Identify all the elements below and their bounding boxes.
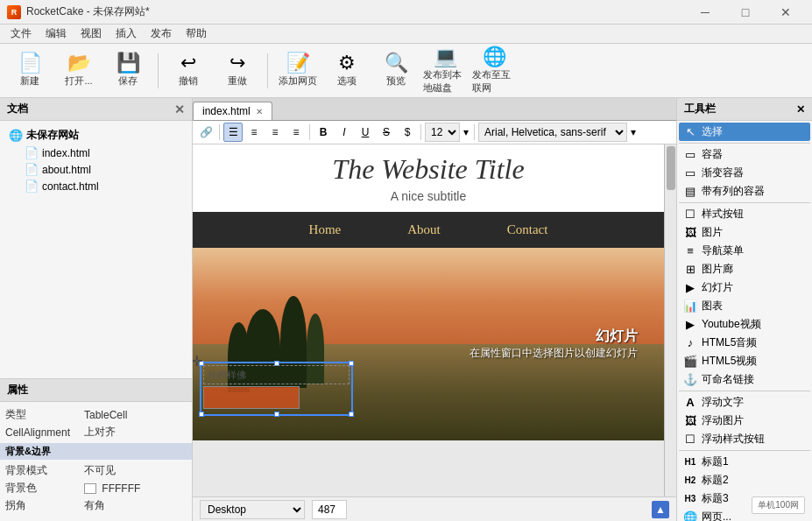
preview-icon: 🔍: [385, 53, 408, 73]
tool-heading1[interactable]: H1 标题1: [679, 453, 810, 471]
addpage-button[interactable]: 📝 添加网页: [275, 48, 321, 94]
align-justify-button[interactable]: ≡: [286, 123, 306, 142]
site-root-item[interactable]: 🌐 未保存网站: [5, 126, 187, 144]
minimize-button[interactable]: ─: [686, 0, 724, 25]
canvas-viewport[interactable]: The Website Title A nice subtitle Home A…: [193, 144, 664, 496]
doc-item-about[interactable]: 📄 about.html: [21, 161, 187, 178]
resize-handle-br[interactable]: [349, 412, 354, 417]
window-controls: ─ □ ✕: [686, 0, 805, 25]
tool-heading2[interactable]: H2 标题2: [679, 471, 810, 489]
inner-item-2[interactable]: [203, 386, 300, 409]
bgcolor-swatch[interactable]: [84, 483, 96, 494]
tab-index-label: index.html: [202, 105, 251, 117]
format-toolbar: 🔗 ☰ ≡ ≡ ≡ B I U S $ 12 14 16 18 ▾ Arial,…: [193, 121, 676, 144]
tool-slideshow[interactable]: ▶ 幻灯片: [679, 278, 810, 297]
v-scroll-thumb[interactable]: [667, 146, 675, 190]
toolbox-close-button[interactable]: ✕: [796, 103, 805, 116]
maximize-button[interactable]: □: [726, 0, 765, 25]
tool-float-image[interactable]: 🖼 浮动图片: [679, 412, 810, 430]
tool-named-anchor[interactable]: ⚓ 可命名链接: [679, 370, 810, 389]
close-button[interactable]: ✕: [766, 0, 805, 25]
strikethrough-button[interactable]: S: [377, 123, 396, 142]
tool-youtube[interactable]: ▶ Youtube视频: [679, 315, 810, 334]
publish-local-icon: 💻: [434, 47, 457, 67]
publish-local-button[interactable]: 💻 发布到本地磁盘: [422, 48, 468, 94]
menu-file[interactable]: 文件: [4, 25, 39, 43]
tool-float-style-btn[interactable]: ☐ 浮动样式按钮: [679, 430, 810, 448]
tool-container[interactable]: ▭ 容器: [679, 145, 810, 164]
menu-help[interactable]: 帮助: [179, 25, 214, 43]
canvas-width-value: 487: [312, 500, 347, 519]
preview-button[interactable]: 🔍 预览: [373, 48, 419, 94]
tool-gallery[interactable]: ⊞ 图片廊: [679, 260, 810, 278]
vertical-scrollbar[interactable]: [664, 144, 676, 496]
options-icon: ⚙: [338, 53, 356, 73]
tab-close-icon[interactable]: ✕: [256, 107, 263, 116]
publish-web-button[interactable]: 🌐 发布至互联网: [471, 48, 517, 94]
toolbox-label: 工具栏: [684, 102, 716, 116]
font-family-arrow: ▾: [631, 126, 636, 138]
bold-button[interactable]: B: [314, 123, 333, 142]
font-size-select[interactable]: 12 14 16 18: [425, 123, 460, 142]
selected-element[interactable]: ✛ 佧档样佛: [200, 362, 353, 416]
nav-home[interactable]: Home: [302, 221, 349, 239]
tool-row-container[interactable]: ▤ 带有列的容器: [679, 182, 810, 201]
menu-edit[interactable]: 编辑: [39, 25, 74, 43]
tool-float-text[interactable]: A 浮动文字: [679, 393, 810, 412]
redo-icon: ↪: [229, 53, 245, 73]
redo-button[interactable]: ↪ 重做: [215, 48, 260, 94]
undo-button[interactable]: ↩ 撤销: [166, 48, 211, 94]
document-tree: 🌐 未保存网站 📄 index.html 📄 about.html 📄 cont…: [0, 121, 192, 378]
html5-audio-icon: ♪: [682, 336, 698, 349]
menu-insert[interactable]: 插入: [109, 25, 144, 43]
new-button[interactable]: 📄 新建: [7, 48, 53, 94]
tool-nav-menu[interactable]: ≡ 导航菜单: [679, 242, 810, 260]
dollar-button[interactable]: $: [398, 123, 417, 142]
doc-icon-index: 📄: [25, 146, 39, 159]
watermark-text: 单机100网: [758, 500, 799, 510]
italic-button[interactable]: I: [335, 123, 354, 142]
resize-handle-bm[interactable]: [274, 412, 279, 417]
fmt-sep-3: [420, 124, 421, 140]
open-button[interactable]: 📂 打开...: [56, 48, 102, 94]
float-image-icon: 🖼: [682, 414, 698, 427]
menu-view[interactable]: 视图: [74, 25, 109, 43]
scroll-to-top-button[interactable]: ▲: [652, 501, 669, 518]
nav-contact[interactable]: Contact: [500, 221, 555, 239]
tab-index[interactable]: index.html ✕: [193, 102, 272, 120]
link-button[interactable]: 🔗: [196, 123, 215, 142]
doc-name-about: about.html: [42, 164, 91, 176]
nav-about[interactable]: About: [400, 221, 448, 239]
underline-button[interactable]: U: [356, 123, 375, 142]
inner-item-1[interactable]: 佧档样佛: [203, 365, 350, 384]
chart-label: 图表: [702, 299, 723, 313]
font-family-select[interactable]: Arial, Helvetica, sans-serif: [478, 123, 627, 142]
tool-chart[interactable]: 📊 图表: [679, 297, 810, 315]
viewport-select[interactable]: Desktop: [200, 500, 305, 519]
align-right-button[interactable]: ≡: [265, 123, 285, 142]
preview-label: 预览: [386, 74, 406, 88]
documents-close-button[interactable]: ✕: [174, 102, 185, 116]
doc-item-contact[interactable]: 📄 contact.html: [21, 178, 187, 194]
toolbar-sep-2: [267, 53, 268, 88]
site-body[interactable]: 幻灯片 在属性窗口中选择图片以创建幻灯片 ✛: [193, 248, 664, 440]
float-image-label: 浮动图片: [702, 413, 744, 428]
tool-html5-audio[interactable]: ♪ HTML5音频: [679, 334, 810, 352]
tool-gradient-container[interactable]: ▭ 渐变容器: [679, 164, 810, 182]
move-handle[interactable]: ✛: [193, 353, 202, 370]
resize-handle-bl[interactable]: [199, 412, 204, 417]
tool-html5-video[interactable]: 🎬 HTML5视频: [679, 352, 810, 370]
tool-image[interactable]: 🖼 图片: [679, 223, 810, 242]
tool-style-button[interactable]: ☐ 样式按钮: [679, 205, 810, 223]
site-title: The Website Title: [210, 153, 646, 186]
doc-item-index[interactable]: 📄 index.html: [21, 144, 187, 161]
tool-select[interactable]: ↖ 选择: [679, 123, 810, 141]
watermark: 单机100网: [752, 496, 805, 514]
align-left-button[interactable]: ☰: [223, 123, 243, 142]
menu-publish[interactable]: 发布: [144, 25, 179, 43]
align-center-button[interactable]: ≡: [244, 123, 264, 142]
save-button[interactable]: 💾 保存: [105, 48, 151, 94]
options-button[interactable]: ⚙ 选项: [324, 48, 370, 94]
style-button-icon: ☐: [682, 208, 698, 221]
properties-panel: 属性 类型 TableCell CellAlignment 上对齐 背景&边界 …: [0, 378, 192, 521]
